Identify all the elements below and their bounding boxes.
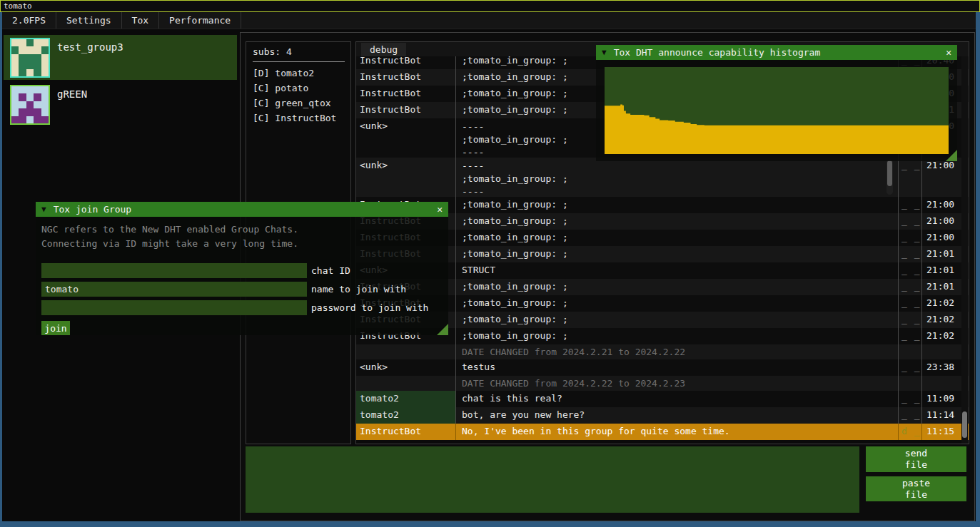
avatar-pixel xyxy=(26,61,34,68)
join-info-line-2: Connecting via ID might take a very long… xyxy=(36,237,448,251)
chat-message-row[interactable]: InstructBotNo, I've been in this group f… xyxy=(356,424,969,440)
avatar-pixel xyxy=(26,39,34,46)
avatar-pixel xyxy=(26,69,34,76)
avatar-pixel xyxy=(34,108,41,116)
message-timestamp: 11:14 xyxy=(922,407,962,424)
message-text: testus xyxy=(456,359,899,376)
avatar-pixel xyxy=(19,39,26,46)
message-text: ----;tomato_in_group: ;---- xyxy=(456,158,899,197)
close-icon[interactable]: ✕ xyxy=(946,47,951,58)
avatar-pixel xyxy=(19,61,26,68)
chat-message-row[interactable]: <unk>testus_ _23:38 xyxy=(356,359,969,376)
chat-scrollbar-handle[interactable] xyxy=(962,411,967,438)
tab-debug[interactable]: debug xyxy=(361,43,406,56)
avatar-pixel xyxy=(11,108,19,116)
avatar-pixel xyxy=(19,86,26,93)
avatar-pixel xyxy=(34,61,41,68)
join-field-row: chat ID xyxy=(41,263,443,278)
message-timestamp: 21:02 xyxy=(922,312,962,328)
avatar xyxy=(10,85,50,125)
join-field-label: chat ID xyxy=(311,265,350,276)
message-text: chat is this real? xyxy=(456,391,899,407)
chat-message-row[interactable]: tomato2bot, are you new here?_ _11:14 xyxy=(356,407,969,424)
subs-member[interactable]: [C] potato xyxy=(246,81,350,96)
join-window-title-bar[interactable]: ▼ Tox join Group ✕ xyxy=(36,202,448,217)
message-text: ;tomato_in_group: ; xyxy=(456,295,899,312)
chat-message-row[interactable]: tomato2chat is this real?_ _11:09 xyxy=(356,391,969,407)
avatar-pixel xyxy=(19,116,26,123)
histogram-window-title-bar[interactable]: ▼ Tox DHT announce capability histogram … xyxy=(596,45,957,60)
avatar-pixel xyxy=(41,69,49,76)
message-timestamp: 11:15 xyxy=(922,424,962,440)
close-icon[interactable]: ✕ xyxy=(437,204,443,215)
chat-scrollbar[interactable] xyxy=(961,56,968,444)
avatar-pixel xyxy=(41,46,49,53)
resize-grip-icon[interactable] xyxy=(437,324,448,335)
sender-name: <unk> xyxy=(356,158,456,197)
avatar-pixel xyxy=(11,54,19,61)
histogram-window-body xyxy=(596,60,957,161)
subs-member[interactable]: [D] tomato2 xyxy=(246,66,350,81)
message-text: ;tomato_in_group: ; xyxy=(456,312,899,328)
avatar-pixel xyxy=(11,86,19,93)
menu-item-settings[interactable]: Settings xyxy=(56,12,122,29)
avatar-pixel xyxy=(26,54,34,61)
subs-member[interactable]: [C] green_qtox xyxy=(246,96,350,111)
message-line: ;tomato_in_group: ; xyxy=(462,173,898,185)
menu-bar: 2.0FPS SettingsToxPerformance xyxy=(2,12,976,29)
avatar-pixel xyxy=(19,46,26,53)
delivery-status: _ _ xyxy=(899,158,922,197)
message-line: ---- xyxy=(462,160,898,173)
dht-capability-histogram xyxy=(605,67,949,154)
join-input-password-to-join-with[interactable] xyxy=(41,300,307,315)
collapse-arrow-icon[interactable]: ▼ xyxy=(41,205,46,214)
chat-message-row[interactable]: <unk>----;tomato_in_group: ;----_ _21:00 xyxy=(356,158,969,197)
join-input-name-to-join-with[interactable] xyxy=(41,282,307,297)
avatar-pixel xyxy=(19,108,26,116)
resize-grip-icon[interactable] xyxy=(946,150,957,161)
join-field-row: name to join with xyxy=(41,282,443,297)
collapse-arrow-icon[interactable]: ▼ xyxy=(602,48,607,57)
delivery-status: _ _ xyxy=(899,262,922,279)
message-cell-scrollbar[interactable] xyxy=(886,159,893,195)
avatar-pixel xyxy=(26,116,34,123)
window-border-right xyxy=(976,12,980,527)
message-cell-scrollbar-handle[interactable] xyxy=(887,160,892,186)
join-input-chat-ID[interactable] xyxy=(41,263,307,278)
avatar-pixel xyxy=(41,54,49,61)
join-field-row: password to join with xyxy=(41,300,443,315)
avatar-pixel xyxy=(41,116,49,123)
join-info-line-1: NGC refers to the New DHT enabled Group … xyxy=(36,217,448,237)
avatar-pixel xyxy=(19,54,26,61)
subs-member-list: [D] tomato2[C] potato[C] green_qtox[C] I… xyxy=(246,66,350,126)
message-text: DATE CHANGED from 2024.2.22 to 2024.2.23 xyxy=(456,376,899,391)
delivery-status: _ _ xyxy=(899,197,922,213)
delivery-status: _ _ xyxy=(899,230,922,246)
group-item-gREEN[interactable]: gREEN xyxy=(4,82,237,127)
sender-name: tomato2 xyxy=(356,407,456,424)
message-input[interactable] xyxy=(246,446,859,513)
group-item-test_group3[interactable]: test_group3 xyxy=(4,35,237,80)
window-border-left xyxy=(0,12,2,527)
message-text: ;tomato_in_group: ; xyxy=(456,279,899,295)
message-timestamp: 11:09 xyxy=(922,391,962,407)
avatar-pixel xyxy=(11,39,19,46)
sender-name: InstructBot xyxy=(356,86,456,102)
avatar-pixel xyxy=(34,93,41,101)
histogram-window: ▼ Tox DHT announce capability histogram … xyxy=(596,45,957,161)
paste-file-button[interactable]: paste file xyxy=(866,476,966,501)
delivery-status: _ _ xyxy=(899,328,922,344)
join-button[interactable]: join xyxy=(41,321,70,335)
histogram-window-title: Tox DHT announce capability histogram xyxy=(614,47,946,58)
avatar-pixel xyxy=(26,93,34,101)
date-divider-row[interactable]: DATE CHANGED from 2024.2.21 to 2024.2.22 xyxy=(356,344,969,359)
avatar-pixel xyxy=(11,101,19,108)
date-divider-row[interactable]: DATE CHANGED from 2024.2.22 to 2024.2.23 xyxy=(356,376,969,391)
send-file-button[interactable]: send file xyxy=(866,446,966,472)
menu-item-performance[interactable]: Performance xyxy=(159,12,241,29)
message-timestamp: 21:00 xyxy=(922,197,962,213)
avatar-pixel xyxy=(26,108,34,116)
subs-member[interactable]: [C] InstructBot xyxy=(246,111,350,126)
sender-name xyxy=(356,344,456,359)
menu-item-tox[interactable]: Tox xyxy=(122,12,159,29)
